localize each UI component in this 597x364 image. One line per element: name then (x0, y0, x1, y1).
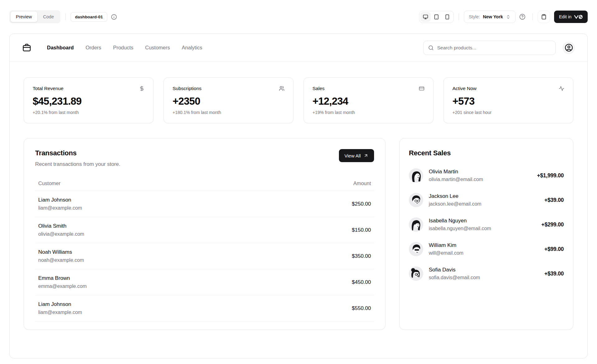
customer-name: Emma Brown (38, 275, 87, 281)
stat-change: +20.1% from last month (33, 110, 145, 115)
search-box (423, 41, 556, 55)
sale-customer-email: sofia.davis@email.com (429, 275, 539, 280)
search-icon (428, 45, 434, 51)
nav-customers[interactable]: Customers (145, 45, 170, 51)
view-all-button[interactable]: View All (339, 149, 374, 162)
sale-customer-name: Jackson Lee (429, 193, 539, 199)
customer-name: Noah Williams (38, 249, 84, 255)
nav-orders[interactable]: Orders (86, 45, 101, 51)
style-select-value: New York (483, 14, 503, 19)
table-row: Olivia Smitholivia@example.com $150.00 (35, 217, 374, 243)
stat-title: Active Now (452, 86, 477, 91)
smartphone-icon (445, 14, 450, 20)
tab-preview[interactable]: Preview (11, 11, 37, 22)
list-item: Isabella Nguyen isabella.nguyen@email.co… (409, 217, 564, 232)
list-item: Sofia Davis sofia.davis@email.com +$39.0… (409, 266, 564, 281)
avatar (409, 242, 423, 256)
v0-logo-icon (574, 15, 583, 19)
block-info-button[interactable] (109, 12, 119, 22)
sale-customer-name: Sofia Davis (429, 267, 539, 273)
avatar (409, 217, 423, 232)
stats-row: Total Revenue $45,231.89 +20.1% from las… (24, 77, 573, 123)
sale-amount: +$1,999.00 (537, 172, 564, 179)
main-nav: Dashboard Orders Products Customers Anal… (47, 45, 202, 51)
view-all-label: View All (345, 153, 361, 158)
chevrons-up-down-icon (506, 15, 511, 19)
style-help-button[interactable] (517, 12, 527, 22)
arrow-up-right-icon (363, 153, 368, 158)
stat-change: +180.1% from last month (173, 110, 285, 115)
info-icon (111, 14, 117, 20)
clipboard-icon (541, 14, 547, 20)
edit-in-v0-button[interactable]: Edit in (554, 11, 588, 23)
mobile-toggle-button[interactable] (442, 12, 452, 22)
nav-dashboard[interactable]: Dashboard (47, 45, 74, 51)
table-row: Liam Johnsonliam@example.com $250.00 (35, 191, 374, 217)
customer-name: Liam Johnson (38, 197, 82, 203)
customer-name: Olivia Smith (38, 223, 84, 229)
nav-products[interactable]: Products (113, 45, 133, 51)
tablet-toggle-button[interactable] (431, 12, 442, 22)
avatar (409, 266, 423, 281)
stat-value: +12,234 (312, 95, 424, 107)
lower-row: Transactions Recent transactions from yo… (24, 138, 573, 330)
customer-name: Liam Johnson (38, 301, 82, 307)
sale-customer-name: Isabella Nguyen (429, 218, 536, 224)
user-menu-button[interactable] (562, 42, 575, 54)
block-name-badge: dashboard-01 (71, 12, 107, 22)
stat-change: +19% from last month (312, 110, 424, 115)
table-row: Noah Williamsnoah@example.com $350.00 (35, 243, 374, 269)
sale-customer-email: will@email.com (429, 250, 539, 256)
device-toggle-group (419, 11, 454, 23)
stat-card-subscriptions: Subscriptions +2350 +180.1% from last mo… (164, 77, 294, 123)
dollar-sign-icon (139, 86, 145, 91)
stat-value: +2350 (173, 95, 285, 107)
recent-sales-title: Recent Sales (409, 149, 564, 157)
stat-title: Total Revenue (33, 86, 63, 91)
sale-customer-email: isabella.nguyen@email.com (429, 226, 536, 231)
list-item: Olivia Martin olivia.martin@email.com +$… (409, 168, 564, 183)
credit-card-icon (419, 86, 424, 91)
preview-toolbar: Preview Code dashboard-01 Style: New Yor… (0, 0, 597, 34)
sale-customer-name: William Kim (429, 242, 539, 248)
avatar (409, 193, 423, 207)
stat-title: Sales (312, 86, 325, 91)
toolbar-divider (65, 13, 66, 20)
column-customer: Customer (38, 180, 61, 186)
list-item: Jackson Lee jackson.lee@email.com +$39.0… (409, 193, 564, 207)
stat-value: $45,231.89 (33, 95, 145, 107)
customer-email: liam@example.com (38, 310, 82, 315)
customer-email: olivia@example.com (38, 231, 84, 237)
transaction-amount: $150.00 (352, 227, 371, 233)
recent-sales-list: Olivia Martin olivia.martin@email.com +$… (409, 168, 564, 281)
sale-customer-name: Olivia Martin (429, 169, 531, 175)
dashboard-content: Total Revenue $45,231.89 +20.1% from las… (10, 62, 587, 345)
sale-customer-email: jackson.lee@email.com (429, 201, 539, 207)
style-select[interactable]: Style: New York (464, 11, 516, 23)
desktop-toggle-button[interactable] (420, 12, 431, 22)
sale-customer-email: olivia.martin@email.com (429, 177, 531, 182)
store-header: Dashboard Orders Products Customers Anal… (10, 34, 587, 62)
transaction-amount: $350.00 (352, 253, 371, 259)
tablet-icon (434, 14, 439, 20)
tab-code[interactable]: Code (38, 11, 59, 22)
circle-user-icon (565, 43, 573, 52)
circle-help-icon (519, 14, 525, 20)
customer-email: emma@example.com (38, 284, 87, 289)
copy-code-button[interactable] (538, 11, 550, 23)
toolbar-divider (459, 13, 459, 20)
stat-change: +201 since last hour (452, 110, 564, 115)
view-mode-tabs: Preview Code (9, 10, 60, 23)
customer-email: liam@example.com (38, 205, 82, 211)
transactions-subtitle: Recent transactions from your store. (35, 161, 120, 167)
style-select-label: Style: (469, 14, 480, 19)
search-input[interactable] (437, 45, 551, 51)
activity-icon (559, 86, 564, 91)
store-logo-icon (22, 43, 31, 52)
table-row: Emma Brownemma@example.com $450.00 (35, 269, 374, 295)
stat-card-sales: Sales +12,234 +19% from last month (303, 77, 433, 123)
transactions-table: Customer Amount Liam Johnsonliam@example… (35, 177, 374, 321)
dashboard-preview-frame: Dashboard Orders Products Customers Anal… (9, 34, 588, 358)
nav-analytics[interactable]: Analytics (182, 45, 202, 51)
list-item: William Kim will@email.com +$99.00 (409, 242, 564, 256)
